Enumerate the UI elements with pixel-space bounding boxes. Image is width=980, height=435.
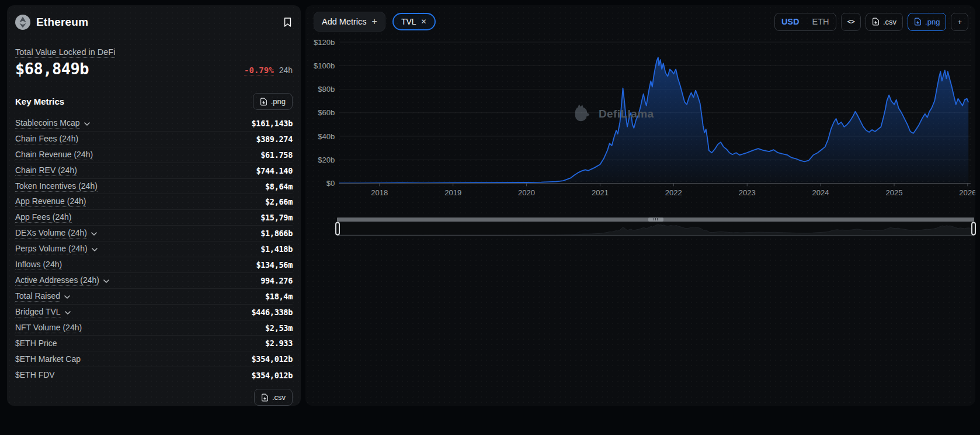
table-row[interactable]: App Fees (24h) $15,79m [15, 210, 293, 226]
metric-label[interactable]: Active Addresses (24h) [15, 275, 99, 286]
table-row[interactable]: Perps Volume (24h) $1,418b [15, 241, 293, 257]
svg-text:2023: 2023 [739, 188, 756, 197]
download-csv-button[interactable]: .csv [254, 389, 293, 406]
range-scrollbar[interactable] [337, 218, 974, 222]
metric-value: $2,53m [265, 323, 293, 333]
table-row[interactable]: Stablecoins Mcap $161,143b [15, 116, 293, 132]
table-row[interactable]: Chain Fees (24h) $389.274 [15, 132, 293, 147]
metric-label[interactable]: DEXs Volume (24h) [15, 228, 87, 239]
table-row[interactable]: NFT Volume (24h) $2,53m [15, 320, 293, 336]
scrollbar-grip-icon[interactable] [648, 218, 663, 222]
metric-label[interactable]: Total Raised [15, 291, 60, 302]
page: Ethereum Total Value Locked in DeFi $68,… [0, 0, 980, 406]
metric-value: $446,338b [252, 308, 293, 317]
table-row[interactable]: DEXs Volume (24h) $1,866b [15, 226, 293, 241]
mini-area-chart [338, 222, 974, 236]
key-metrics-title: Key Metrics [15, 96, 64, 106]
metric-value: $61.758 [260, 150, 293, 160]
add-metrics-button[interactable]: Add Metrics + [314, 12, 385, 32]
metric-value: $134,56m [256, 260, 293, 270]
range-handle-left[interactable] [335, 222, 340, 235]
table-row[interactable]: App Revenue (24h) $2,66m [15, 194, 293, 210]
tvl-metric-pill[interactable]: TVL ✕ [392, 13, 436, 30]
metric-label[interactable]: Chain Fees (24h) [15, 134, 78, 144]
key-metrics-table: Stablecoins Mcap $161,143b Chain Fees (2… [15, 116, 293, 383]
metric-label: $ETH Market Cap [15, 354, 81, 364]
table-row[interactable]: Token Incentives (24h) $8,64m [15, 179, 293, 195]
file-download-icon [260, 98, 267, 106]
metric-value: $18,4m [265, 292, 293, 301]
svg-text:2020: 2020 [518, 188, 535, 197]
chevron-down-icon[interactable] [84, 122, 90, 126]
plus-icon: + [372, 16, 377, 27]
download-png-button[interactable]: .png [253, 93, 293, 110]
pill-label: TVL [401, 17, 416, 26]
metric-value: $744.140 [256, 166, 293, 175]
chevron-down-icon[interactable] [64, 295, 70, 299]
close-icon[interactable]: ✕ [421, 18, 427, 26]
tvl-chart[interactable]: $120b$100b$80b$60b$40b$20b$0201820192020… [305, 36, 975, 213]
sidebar: Ethereum Total Value Locked in DeFi $68,… [7, 5, 301, 406]
metric-label[interactable]: Chain REV (24h) [15, 165, 77, 176]
svg-text:2021: 2021 [592, 188, 609, 197]
svg-text:$60b: $60b [318, 108, 335, 117]
table-row[interactable]: $ETH FDV $354,012b [15, 367, 293, 383]
table-row[interactable]: $ETH Market Cap $354,012b [15, 351, 293, 367]
metric-value: $1,866b [260, 229, 293, 238]
tvl-change-period: 24h [279, 65, 293, 75]
table-row[interactable]: Active Addresses (24h) 994.276 [15, 273, 293, 289]
button-label: .csv [272, 393, 286, 402]
metric-label[interactable]: App Fees (24h) [15, 212, 72, 223]
embed-button[interactable]: <> [841, 13, 861, 31]
currency-eth-button[interactable]: ETH [806, 13, 836, 30]
chevron-down-icon[interactable] [103, 279, 109, 283]
add-chart-button[interactable]: + [951, 13, 968, 31]
table-row[interactable]: Total Raised $18,4m [15, 289, 293, 305]
metric-value: $161,143b [252, 119, 293, 128]
metric-value: $389.274 [256, 134, 293, 144]
tvl-label: Total Value Locked in DeFi [15, 47, 115, 58]
svg-text:$80b: $80b [318, 85, 335, 94]
currency-toggle: USD ETH [774, 13, 836, 31]
chevron-down-icon[interactable] [65, 311, 71, 315]
table-row[interactable]: Chain REV (24h) $744.140 [15, 163, 293, 179]
file-download-icon [914, 18, 922, 26]
metric-label[interactable]: Token Incentives (24h) [15, 181, 98, 192]
metric-value: $8,64m [265, 182, 293, 191]
chart-range-slider [337, 218, 974, 236]
range-brush[interactable] [337, 222, 974, 236]
currency-usd-button[interactable]: USD [775, 13, 806, 30]
range-handle-right[interactable] [971, 222, 976, 235]
tvl-area-chart[interactable]: $120b$100b$80b$60b$40b$20b$0201820192020… [305, 36, 975, 213]
chevron-down-icon[interactable] [91, 232, 97, 236]
table-row[interactable]: Bridged TVL $446,338b [15, 305, 293, 320]
chart-csv-button[interactable]: .csv [866, 13, 903, 31]
button-label: Add Metrics [322, 17, 367, 26]
metric-label[interactable]: Bridged TVL [15, 307, 61, 317]
chart-toolbar: Add Metrics + TVL ✕ USD ETH <> [305, 5, 975, 35]
table-row[interactable]: Chain Revenue (24h) $61.758 [15, 147, 293, 163]
metric-label[interactable]: App Revenue (24h) [15, 196, 86, 207]
metric-label[interactable]: Inflows (24h) [15, 260, 62, 270]
svg-text:2026: 2026 [959, 188, 975, 197]
metric-label[interactable]: Chain Revenue (24h) [15, 150, 93, 160]
svg-text:$120b: $120b [314, 38, 335, 47]
metric-label[interactable]: NFT Volume (24h) [15, 323, 82, 333]
chart-png-button[interactable]: .png [908, 13, 946, 31]
metric-label[interactable]: Stablecoins Mcap [15, 118, 80, 129]
chart-panel: Add Metrics + TVL ✕ USD ETH <> [305, 5, 975, 406]
table-row[interactable]: Inflows (24h) $134,56m [15, 257, 293, 273]
table-row[interactable]: $ETH Price $2.933 [15, 336, 293, 351]
sidebar-footer: .csv [15, 383, 293, 406]
button-label: .csv [883, 18, 896, 26]
bookmark-icon[interactable] [283, 17, 293, 27]
metric-value: $1,418b [260, 244, 293, 254]
metric-value: $15,79m [260, 213, 293, 222]
key-metrics-header: Key Metrics .png [15, 93, 293, 110]
button-label: .png [271, 97, 286, 106]
file-download-icon [872, 18, 880, 26]
button-label: .png [925, 18, 940, 26]
tvl-value: $68,849b [15, 60, 115, 78]
chevron-down-icon[interactable] [92, 248, 98, 251]
metric-label[interactable]: Perps Volume (24h) [15, 244, 88, 254]
